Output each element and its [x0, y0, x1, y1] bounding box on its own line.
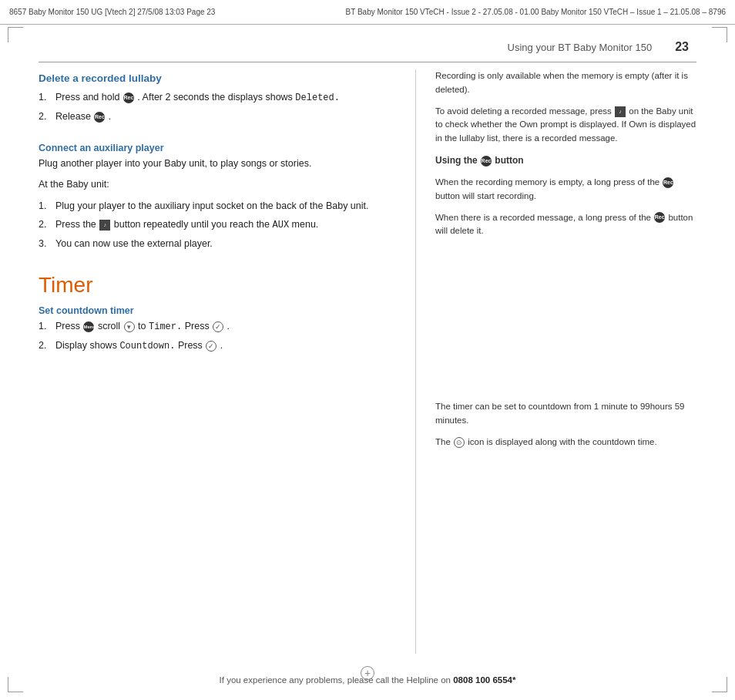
using-heading-text: Using the Rec button: [435, 155, 524, 166]
using-para1-text-b: button will start recording.: [435, 191, 536, 200]
crosshair-mark: [361, 666, 374, 680]
down-arrow-icon: ▾: [124, 321, 135, 332]
delete-step-2: 2. Release Rec .: [39, 109, 392, 124]
spacer-1: [39, 130, 392, 143]
delete-step-1: 1. Press and hold Rec . After 2 seconds …: [39, 90, 392, 105]
right-para1: Recording is only available when the mem…: [435, 69, 696, 97]
timer-note2-text-b: icon is displayed along with the countdo…: [468, 437, 656, 446]
timer-note2-text-a: The: [435, 437, 451, 446]
top-header: 8657 Baby Monitor 150 UG [Vtech 2] 27/5/…: [0, 0, 735, 25]
left-column: Delete a recorded lullaby 1. Press and h…: [39, 69, 416, 654]
aux-para2: At the Baby unit:: [39, 177, 392, 192]
music-icon-2: ♪: [615, 106, 626, 117]
section-delete-heading: Delete a recorded lullaby: [39, 72, 392, 84]
using-para1-text-a: When the recording memory is empty, a lo…: [435, 177, 659, 187]
delete-step1-text-b: . After 2 seconds the displays shows: [137, 92, 293, 103]
countdown-step1-mono: Timer.: [149, 321, 182, 332]
delete-step2-end: .: [109, 111, 111, 122]
using-para1: When the recording memory is empty, a lo…: [435, 176, 696, 204]
aux-step1-text: Plug your player to the auxiliary input …: [55, 199, 392, 214]
section-aux-heading: Connect an auxiliary player: [39, 143, 392, 153]
timer-note2: The ⊙ icon is displayed along with the c…: [435, 436, 696, 449]
countdown-step1-text-e: .: [227, 321, 230, 331]
using-heading-a: Using the: [435, 155, 478, 166]
countdown-step1-text-b: scroll: [98, 321, 120, 331]
top-header-right: BT Baby Monitor 150 VTeCH - Issue 2 - 27…: [346, 8, 726, 16]
footer-text: If you experience any problems, please c…: [220, 675, 451, 685]
rec-icon-4: Rec: [654, 212, 665, 223]
page-container: 8657 Baby Monitor 150 UG [Vtech 2] 27/5/…: [0, 0, 735, 700]
rec-icon-right: Rec: [481, 156, 492, 167]
right-spacer: [435, 246, 696, 400]
countdown-step1-text-c: to: [138, 321, 146, 331]
check-icon-2: ✓: [206, 341, 216, 352]
aux-step-2: 2. Press the ♪ button repeatedly until y…: [39, 217, 392, 232]
aux-steps-list: 1. Plug your player to the auxiliary inp…: [39, 199, 392, 252]
using-para2-text-a: When there is a recorded message, a long…: [435, 213, 651, 222]
menu-icon: Menu: [83, 321, 94, 332]
countdown-step2-text-c: .: [220, 340, 223, 351]
timer-heading: Timer: [39, 273, 392, 298]
page-header-number: 23: [675, 40, 689, 54]
using-heading-line: Using the Rec button: [435, 153, 696, 168]
right-para2: To avoid deleting a recorded message, pr…: [435, 105, 696, 146]
delete-step2-text: Release: [55, 111, 91, 122]
delete-step1-mono: Deleted.: [295, 93, 340, 103]
using-heading-b: button: [495, 155, 523, 166]
page-header-title: Using your BT Baby Monitor 150: [508, 42, 653, 53]
top-header-left: 8657 Baby Monitor 150 UG [Vtech 2] 27/5/…: [9, 8, 215, 16]
countdown-step1-text-d: Press: [185, 321, 210, 331]
page-header: Using your BT Baby Monitor 150 23: [0, 40, 735, 54]
aux-step2-text-b: button repeatedly until you reach the: [114, 219, 270, 230]
timer-icon: ⊙: [454, 437, 465, 448]
aux-step2-text-c: menu.: [292, 219, 319, 230]
delete-steps-list: 1. Press and hold Rec . After 2 seconds …: [39, 90, 392, 124]
page-header-rule: [39, 62, 696, 62]
aux-step-1: 1. Plug your player to the auxiliary inp…: [39, 199, 392, 214]
rec-icon-3: Rec: [663, 177, 673, 188]
right-para2-text-a: To avoid deleting a recorded message, pr…: [435, 106, 612, 116]
rec-icon-1: Rec: [123, 93, 134, 103]
countdown-step2-text-a: Display shows: [55, 340, 117, 351]
footer-phone: 0808 100 6554*: [453, 675, 515, 685]
aux-step2-text-a: Press the: [55, 219, 96, 230]
using-para2: When there is a recorded message, a long…: [435, 211, 696, 239]
countdown-step2-text-b: Press: [178, 340, 203, 351]
right-column: Recording is only available when the mem…: [416, 69, 696, 654]
section-countdown-heading: Set countdown timer: [39, 305, 392, 316]
main-content: Delete a recorded lullaby 1. Press and h…: [39, 69, 696, 654]
music-icon-1: ♪: [99, 220, 110, 231]
aux-para1: Plug another player into your Baby unit,…: [39, 156, 392, 171]
aux-step3-text: You can now use the external player.: [55, 237, 392, 251]
countdown-step-1: 1. Press Menu scroll ▾ to Timer. Press ✓…: [39, 319, 392, 334]
countdown-steps-list: 1. Press Menu scroll ▾ to Timer. Press ✓…: [39, 319, 392, 353]
timer-note1: The timer can be set to countdown from 1…: [435, 400, 696, 428]
rec-icon-2: Rec: [94, 112, 105, 123]
countdown-step-2: 2. Display shows Countdown. Press ✓ .: [39, 338, 392, 353]
countdown-step1-text-a: Press: [55, 321, 80, 331]
aux-step2-mono: AUX: [273, 220, 290, 231]
countdown-step2-mono: Countdown.: [119, 341, 175, 352]
delete-step1-text-a: Press and hold: [55, 92, 119, 103]
aux-step-3: 3. You can now use the external player.: [39, 237, 392, 251]
check-icon-1: ✓: [213, 321, 223, 332]
